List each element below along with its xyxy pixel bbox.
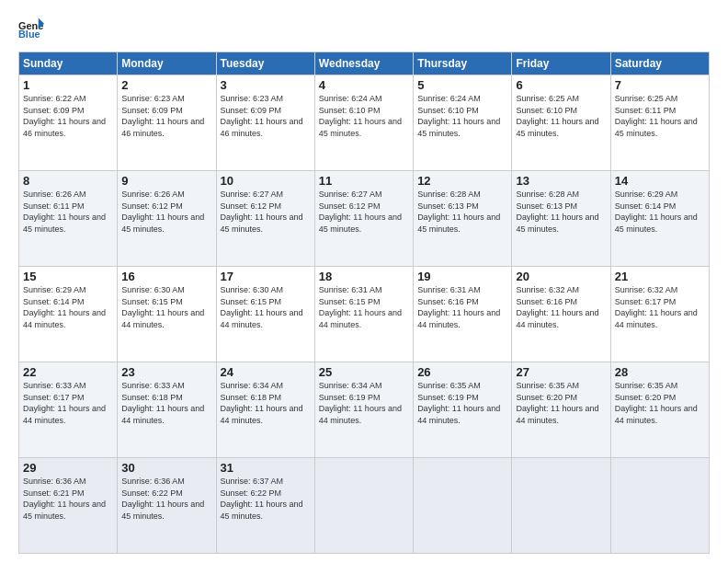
calendar-cell	[512, 458, 610, 554]
calendar-week-row: 15 Sunrise: 6:29 AMSunset: 6:14 PMDaylig…	[19, 267, 710, 362]
day-detail: Sunrise: 6:30 AMSunset: 6:15 PMDaylight:…	[121, 285, 204, 329]
day-detail: Sunrise: 6:34 AMSunset: 6:19 PMDaylight:…	[319, 381, 402, 425]
day-number: 6	[516, 78, 606, 92]
day-number: 9	[121, 174, 211, 188]
day-number: 27	[516, 365, 606, 379]
calendar-cell: 29 Sunrise: 6:36 AMSunset: 6:21 PMDaylig…	[19, 458, 118, 554]
day-detail: Sunrise: 6:26 AMSunset: 6:12 PMDaylight:…	[121, 190, 204, 234]
calendar-cell: 17 Sunrise: 6:30 AMSunset: 6:15 PMDaylig…	[216, 267, 314, 362]
day-detail: Sunrise: 6:29 AMSunset: 6:14 PMDaylight:…	[23, 285, 106, 329]
calendar-cell: 15 Sunrise: 6:29 AMSunset: 6:14 PMDaylig…	[19, 267, 118, 362]
day-detail: Sunrise: 6:37 AMSunset: 6:22 PMDaylight:…	[221, 477, 303, 521]
calendar-week-row: 1 Sunrise: 6:22 AMSunset: 6:09 PMDayligh…	[19, 75, 710, 171]
day-detail: Sunrise: 6:32 AMSunset: 6:16 PMDaylight:…	[516, 285, 598, 329]
calendar-cell: 26 Sunrise: 6:35 AMSunset: 6:19 PMDaylig…	[414, 362, 512, 458]
day-number: 10	[221, 174, 311, 188]
day-detail: Sunrise: 6:34 AMSunset: 6:18 PMDaylight:…	[221, 381, 303, 425]
calendar-cell: 28 Sunrise: 6:35 AMSunset: 6:20 PMDaylig…	[610, 362, 709, 458]
logo-icon: General Blue	[18, 17, 44, 42]
calendar-cell: 14 Sunrise: 6:29 AMSunset: 6:14 PMDaylig…	[610, 171, 709, 267]
calendar-cell: 30 Sunrise: 6:36 AMSunset: 6:22 PMDaylig…	[118, 458, 216, 554]
day-detail: Sunrise: 6:24 AMSunset: 6:10 PMDaylight:…	[417, 94, 500, 138]
day-number: 25	[319, 365, 409, 379]
day-number: 23	[121, 365, 211, 379]
weekday-header: Friday	[512, 52, 610, 75]
calendar-cell: 1 Sunrise: 6:22 AMSunset: 6:09 PMDayligh…	[19, 75, 118, 171]
weekday-header: Wednesday	[314, 52, 413, 75]
day-number: 16	[121, 270, 211, 283]
day-detail: Sunrise: 6:26 AMSunset: 6:11 PMDaylight:…	[23, 190, 106, 234]
day-number: 24	[221, 365, 311, 379]
logo: General Blue	[18, 17, 44, 42]
day-number: 1	[23, 78, 113, 92]
day-number: 3	[221, 78, 311, 92]
page: General Blue SundayMondayTuesdayWednesda…	[0, 0, 728, 563]
weekday-header: Tuesday	[216, 52, 314, 75]
day-number: 30	[121, 461, 211, 475]
day-detail: Sunrise: 6:24 AMSunset: 6:10 PMDaylight:…	[319, 94, 402, 138]
day-detail: Sunrise: 6:36 AMSunset: 6:21 PMDaylight:…	[23, 477, 106, 521]
day-number: 22	[23, 365, 113, 379]
calendar-cell: 12 Sunrise: 6:28 AMSunset: 6:13 PMDaylig…	[414, 171, 512, 267]
calendar-cell: 13 Sunrise: 6:28 AMSunset: 6:13 PMDaylig…	[512, 171, 610, 267]
day-detail: Sunrise: 6:31 AMSunset: 6:15 PMDaylight:…	[319, 285, 402, 329]
calendar-week-row: 8 Sunrise: 6:26 AMSunset: 6:11 PMDayligh…	[19, 171, 710, 267]
calendar-cell: 16 Sunrise: 6:30 AMSunset: 6:15 PMDaylig…	[118, 267, 216, 362]
weekday-header: Sunday	[19, 52, 118, 75]
calendar-cell: 10 Sunrise: 6:27 AMSunset: 6:12 PMDaylig…	[216, 171, 314, 267]
day-detail: Sunrise: 6:33 AMSunset: 6:17 PMDaylight:…	[23, 381, 106, 425]
calendar-cell: 3 Sunrise: 6:23 AMSunset: 6:09 PMDayligh…	[216, 75, 314, 171]
calendar-cell	[314, 458, 413, 554]
day-detail: Sunrise: 6:32 AMSunset: 6:17 PMDaylight:…	[615, 285, 698, 329]
day-detail: Sunrise: 6:29 AMSunset: 6:14 PMDaylight:…	[615, 190, 698, 234]
day-detail: Sunrise: 6:27 AMSunset: 6:12 PMDaylight:…	[319, 190, 402, 234]
calendar-cell: 22 Sunrise: 6:33 AMSunset: 6:17 PMDaylig…	[19, 362, 118, 458]
day-number: 21	[615, 270, 705, 283]
calendar-cell: 11 Sunrise: 6:27 AMSunset: 6:12 PMDaylig…	[314, 171, 413, 267]
day-detail: Sunrise: 6:23 AMSunset: 6:09 PMDaylight:…	[121, 94, 204, 138]
calendar-cell: 27 Sunrise: 6:35 AMSunset: 6:20 PMDaylig…	[512, 362, 610, 458]
day-detail: Sunrise: 6:28 AMSunset: 6:13 PMDaylight:…	[516, 190, 598, 234]
calendar-cell: 18 Sunrise: 6:31 AMSunset: 6:15 PMDaylig…	[314, 267, 413, 362]
day-detail: Sunrise: 6:31 AMSunset: 6:16 PMDaylight:…	[417, 285, 500, 329]
calendar-cell	[414, 458, 512, 554]
day-number: 2	[121, 78, 211, 92]
day-number: 5	[417, 78, 507, 92]
day-number: 11	[319, 174, 409, 188]
calendar-cell: 19 Sunrise: 6:31 AMSunset: 6:16 PMDaylig…	[414, 267, 512, 362]
calendar-table: SundayMondayTuesdayWednesdayThursdayFrid…	[18, 52, 710, 554]
day-number: 15	[23, 270, 113, 283]
day-number: 18	[319, 270, 409, 283]
day-detail: Sunrise: 6:28 AMSunset: 6:13 PMDaylight:…	[417, 190, 500, 234]
day-detail: Sunrise: 6:35 AMSunset: 6:20 PMDaylight:…	[516, 381, 598, 425]
day-number: 14	[615, 174, 705, 188]
calendar-cell: 6 Sunrise: 6:25 AMSunset: 6:10 PMDayligh…	[512, 75, 610, 171]
calendar-cell	[610, 458, 709, 554]
calendar-cell: 2 Sunrise: 6:23 AMSunset: 6:09 PMDayligh…	[118, 75, 216, 171]
calendar-cell: 4 Sunrise: 6:24 AMSunset: 6:10 PMDayligh…	[314, 75, 413, 171]
day-number: 17	[221, 270, 311, 283]
calendar-cell: 5 Sunrise: 6:24 AMSunset: 6:10 PMDayligh…	[414, 75, 512, 171]
day-number: 28	[615, 365, 705, 379]
day-detail: Sunrise: 6:22 AMSunset: 6:09 PMDaylight:…	[23, 94, 106, 138]
day-detail: Sunrise: 6:27 AMSunset: 6:12 PMDaylight:…	[221, 190, 303, 234]
weekday-header: Saturday	[610, 52, 709, 75]
day-number: 13	[516, 174, 606, 188]
day-number: 26	[417, 365, 507, 379]
calendar-cell: 9 Sunrise: 6:26 AMSunset: 6:12 PMDayligh…	[118, 171, 216, 267]
day-detail: Sunrise: 6:25 AMSunset: 6:10 PMDaylight:…	[516, 94, 598, 138]
day-number: 19	[417, 270, 507, 283]
calendar-week-row: 29 Sunrise: 6:36 AMSunset: 6:21 PMDaylig…	[19, 458, 710, 554]
day-number: 12	[417, 174, 507, 188]
svg-text:Blue: Blue	[18, 29, 40, 40]
day-detail: Sunrise: 6:35 AMSunset: 6:20 PMDaylight:…	[615, 381, 698, 425]
day-number: 20	[516, 270, 606, 283]
calendar-cell: 31 Sunrise: 6:37 AMSunset: 6:22 PMDaylig…	[216, 458, 314, 554]
weekday-header: Thursday	[414, 52, 512, 75]
header: General Blue	[18, 17, 710, 42]
day-detail: Sunrise: 6:25 AMSunset: 6:11 PMDaylight:…	[615, 94, 698, 138]
day-detail: Sunrise: 6:30 AMSunset: 6:15 PMDaylight:…	[221, 285, 303, 329]
calendar-cell: 21 Sunrise: 6:32 AMSunset: 6:17 PMDaylig…	[610, 267, 709, 362]
calendar-cell: 24 Sunrise: 6:34 AMSunset: 6:18 PMDaylig…	[216, 362, 314, 458]
day-number: 7	[615, 78, 705, 92]
